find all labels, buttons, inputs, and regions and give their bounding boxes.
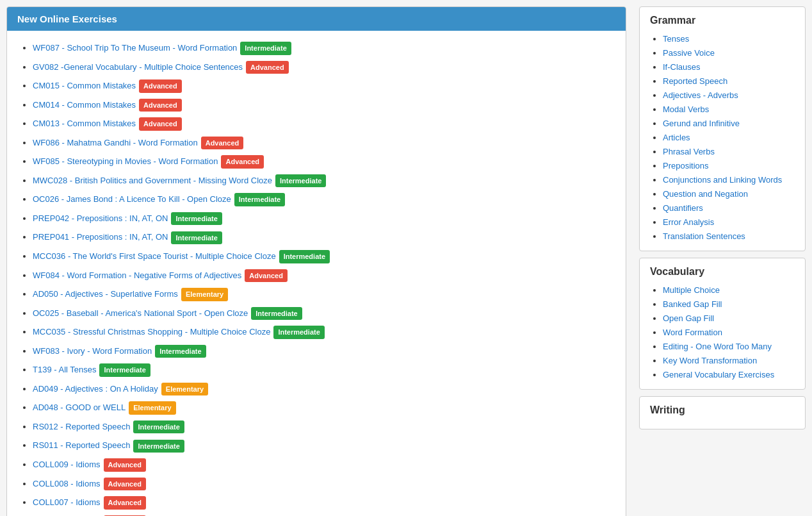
sidebar-link[interactable]: If-Clauses <box>663 62 701 72</box>
sidebar-link[interactable]: Open Gap Fill <box>663 313 714 323</box>
level-badge: Advanced <box>139 99 182 112</box>
writing-section: Writing <box>639 396 806 429</box>
sidebar-link[interactable]: Conjunctions and Linking Words <box>663 175 782 185</box>
sidebar-link[interactable]: Banked Gap Fill <box>663 299 722 309</box>
sidebar-item: General Vocabulary Exercises <box>663 367 795 381</box>
exercise-link[interactable]: COLL007 - Idioms <box>33 497 101 507</box>
exercise-link[interactable]: OC026 - James Bond : A Licence To Kill -… <box>33 194 231 204</box>
list-item: COLL007 - IdiomsAdvanced <box>33 493 615 512</box>
exercise-link[interactable]: RS011 - Reported Speech <box>33 440 130 450</box>
sidebar-item: Conjunctions and Linking Words <box>663 172 795 187</box>
level-badge: Intermediate <box>155 345 206 358</box>
list-item: WF084 - Word Formation - Negative Forms … <box>33 266 615 285</box>
sidebar-item: Phrasal Verbs <box>663 144 795 158</box>
exercise-link[interactable]: MCC035 - Stressful Christmas Shopping - … <box>33 327 270 337</box>
exercise-link[interactable]: T139 - All Tenses <box>33 365 96 374</box>
sidebar-item: Reported Speech <box>663 74 795 88</box>
level-badge: Advanced <box>104 478 147 491</box>
sidebar-link[interactable]: Key Word Transformation <box>663 356 757 365</box>
list-item: AD049 - Adjectives : On A HolidayElement… <box>33 379 615 399</box>
vocabulary-section: Vocabulary Multiple ChoiceBanked Gap Fil… <box>639 258 806 390</box>
sidebar-item: Prepositions <box>663 158 795 172</box>
sidebar-item: Banked Gap Fill <box>663 297 795 311</box>
level-badge: Intermediate <box>279 250 330 263</box>
list-item: PREP042 - Prepositions : IN, AT, ONInter… <box>33 209 615 228</box>
sidebar-item: Modal Verbs <box>663 102 795 116</box>
exercise-link[interactable]: RS012 - Reported Speech <box>33 422 130 431</box>
sidebar-link[interactable]: Gerund and Infinitive <box>663 119 740 128</box>
exercise-link[interactable]: GV082 -General Vocabulary - Multiple Cho… <box>33 62 243 72</box>
exercise-link[interactable]: AD050 - Adjectives - Superlative Forms <box>33 289 178 299</box>
level-badge: Intermediate <box>240 42 291 55</box>
exercise-link[interactable]: WF085 - Stereotyping in Movies - Word Fo… <box>33 156 218 166</box>
level-badge: Advanced <box>104 458 147 472</box>
exercise-link[interactable]: PREP042 - Prepositions : IN, AT, ON <box>33 213 168 223</box>
sidebar-link[interactable]: Prepositions <box>663 161 709 171</box>
sidebar-item: Question and Negation <box>663 187 795 201</box>
exercise-link[interactable]: WF087 - School Trip To The Museum - Word… <box>33 43 237 53</box>
level-badge: Elementary <box>181 288 228 301</box>
exercise-link[interactable]: CM014 - Common Mistakes <box>33 100 136 110</box>
sidebar-link[interactable]: Editing - One Word Too Many <box>663 342 772 351</box>
sidebar-item: Error Analysis <box>663 215 795 229</box>
exercise-link[interactable]: MWC028 - British Politics and Government… <box>33 176 272 185</box>
exercise-link[interactable]: OC025 - Baseball - America's National Sp… <box>33 308 248 318</box>
sidebar-link[interactable]: Question and Negation <box>663 189 748 199</box>
list-item: RS012 - Reported SpeechIntermediate <box>33 417 615 437</box>
sidebar-link[interactable]: Phrasal Verbs <box>663 147 715 156</box>
sidebar-item: Multiple Choice <box>663 283 795 297</box>
list-item: T139 - All TensesIntermediate <box>33 360 615 379</box>
list-item: WF087 - School Trip To The Museum - Word… <box>33 38 615 58</box>
vocabulary-list: Multiple ChoiceBanked Gap FillOpen Gap F… <box>650 283 795 381</box>
list-item: GV082 -General Vocabulary - Multiple Cho… <box>33 58 615 77</box>
level-badge: Elementary <box>129 401 175 415</box>
exercise-link[interactable]: WF084 - Word Formation - Negative Forms … <box>33 270 241 280</box>
sidebar-item: Tenses <box>663 31 795 46</box>
level-badge: Advanced <box>246 61 289 74</box>
sidebar-link[interactable]: Translation Sentences <box>663 231 745 241</box>
main-content: New Online Exercises WF087 - School Trip… <box>6 6 626 516</box>
list-item: OC025 - Baseball - America's National Sp… <box>33 304 615 323</box>
level-badge: Elementary <box>161 383 208 396</box>
sidebar-item: Passive Voice <box>663 46 795 60</box>
exercise-link[interactable]: CM013 - Common Mistakes <box>33 119 136 128</box>
exercise-link[interactable]: MCC036 - The World's First Space Tourist… <box>33 251 276 261</box>
exercise-link[interactable]: COLL008 - Idioms <box>33 479 101 488</box>
sidebar-link[interactable]: Reported Speech <box>663 76 727 86</box>
sidebar-item: Quantifiers <box>663 201 795 215</box>
list-item: AD048 - GOOD or WELLElementary <box>33 398 615 417</box>
exercise-link[interactable]: AD049 - Adjectives : On A Holiday <box>33 384 158 394</box>
list-item: WF085 - Stereotyping in Movies - Word Fo… <box>33 152 615 171</box>
level-badge: Intermediate <box>133 420 184 434</box>
exercise-link[interactable]: WF083 - Ivory - Word Formation <box>33 346 152 356</box>
sidebar-item: Key Word Transformation <box>663 353 795 367</box>
level-badge: Advanced <box>104 496 147 510</box>
list-item: CM014 - Common MistakesAdvanced <box>33 96 615 115</box>
exercises-panel: New Online Exercises WF087 - School Trip… <box>6 6 626 516</box>
exercise-link[interactable]: WF086 - Mahatma Gandhi - Word Formation <box>33 138 198 147</box>
sidebar-link[interactable]: General Vocabulary Exercises <box>663 370 774 379</box>
list-item: CM013 - Common MistakesAdvanced <box>33 114 615 133</box>
exercise-link[interactable]: CM015 - Common Mistakes <box>33 81 136 90</box>
level-badge: Intermediate <box>171 212 222 226</box>
sidebar-link[interactable]: Word Formation <box>663 328 722 337</box>
sidebar-link[interactable]: Quantifiers <box>663 203 703 213</box>
exercises-list: WF087 - School Trip To The Museum - Word… <box>17 38 615 516</box>
list-item: CM015 - Common MistakesAdvanced <box>33 76 615 96</box>
sidebar-link[interactable]: Tenses <box>663 34 689 44</box>
sidebar-item: If-Clauses <box>663 60 795 74</box>
sidebar-link[interactable]: Passive Voice <box>663 48 715 58</box>
sidebar-link[interactable]: Adjectives - Adverbs <box>663 90 738 100</box>
sidebar-link[interactable]: Modal Verbs <box>663 104 709 114</box>
writing-title: Writing <box>650 404 795 416</box>
sidebar-link[interactable]: Articles <box>663 133 690 142</box>
sidebar-link[interactable]: Multiple Choice <box>663 285 720 295</box>
exercise-link[interactable]: PREP041 - Prepositions : IN, AT, ON <box>33 232 168 242</box>
level-badge: Advanced <box>201 137 244 150</box>
level-badge: Intermediate <box>251 307 302 320</box>
exercise-link[interactable]: COLL009 - Idioms <box>33 460 101 469</box>
sidebar-item: Articles <box>663 130 795 144</box>
sidebar-item: Adjectives - Adverbs <box>663 88 795 102</box>
exercise-link[interactable]: AD048 - GOOD or WELL <box>33 403 126 412</box>
sidebar-link[interactable]: Error Analysis <box>663 217 714 227</box>
